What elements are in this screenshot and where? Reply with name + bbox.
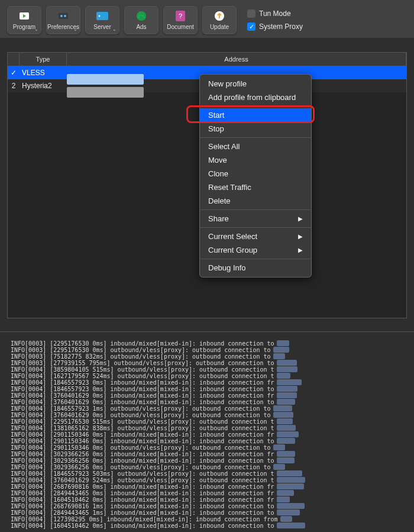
log-line: INFO[0004] [3029366256 0ms] inbound/mixe… xyxy=(11,457,410,464)
menu-separator xyxy=(200,227,311,228)
ads-button[interactable]: Ads xyxy=(124,6,159,34)
menu-separator xyxy=(200,209,311,210)
log-line: INFO[0003] [75182775 832ms] outbound/vle… xyxy=(11,353,410,360)
system-proxy-toggle[interactable]: ✓ System Proxy xyxy=(247,22,303,31)
checkbox-icon xyxy=(247,9,255,18)
menu-current-group[interactable]: Current Group▶ xyxy=(200,243,311,257)
preferences-button[interactable]: Preferences ⌄ xyxy=(46,6,80,34)
menu-separator xyxy=(200,106,311,107)
menu-reset-traffic[interactable]: Reset Traffic xyxy=(200,180,311,194)
menu-separator xyxy=(200,259,311,259)
log-line: INFO[0004] [2687690816 1ms] inbound/mixe… xyxy=(11,503,410,510)
submenu-arrow-icon: ▶ xyxy=(298,233,303,240)
menu-stop[interactable]: Stop xyxy=(200,122,311,136)
log-line: INFO[0004] [1846557923 0ms] inbound/mixe… xyxy=(11,386,410,392)
document-label: Document xyxy=(167,24,194,30)
log-line: INFO[0004] [3029366256 0ms] outbound/vle… xyxy=(11,464,410,470)
submenu-arrow-icon: ▶ xyxy=(298,247,303,253)
chevron-down-icon: ⌄ xyxy=(34,27,38,32)
tun-mode-label: Tun Mode xyxy=(259,9,291,18)
ads-label: Ads xyxy=(136,24,146,30)
submenu-arrow-icon: ▶ xyxy=(298,215,303,222)
log-line: INFO[0004] [2295176530 515ms] outbound/v… xyxy=(11,418,410,425)
tun-mode-toggle[interactable]: Tun Mode xyxy=(247,9,303,18)
log-line: INFO[0004] [1846557923 503ms] outbound/v… xyxy=(11,470,410,477)
checkbox-checked-icon: ✓ xyxy=(247,22,255,31)
menu-clone[interactable]: Clone xyxy=(200,167,311,180)
prefs-icon xyxy=(57,10,69,22)
svg-point-6 xyxy=(99,15,101,17)
doc-icon: ? xyxy=(174,10,186,22)
log-line: INFO[0004] [2687690816 0ms] inbound/mixe… xyxy=(11,483,410,490)
log-line: INFO[0003] [2295176530 0ms] inbound/mixe… xyxy=(11,340,410,347)
log-line: INFO[0004] [2901150346 0ms] inbound/mixe… xyxy=(11,431,410,438)
log-line: INFO[0004] [1381065162 838ms] outbound/v… xyxy=(11,425,410,431)
log-line: INFO[0004] [2849443465 1ms] inbound/mixe… xyxy=(11,510,410,516)
chevron-down-icon: ⌄ xyxy=(112,27,117,32)
program-label: Program xyxy=(13,24,35,30)
chevron-down-icon: ⌄ xyxy=(73,27,77,32)
menu-move[interactable]: Move xyxy=(200,153,311,167)
log-line: INFO[0003] [277939155 795ms] outbound/vl… xyxy=(11,360,410,366)
program-icon xyxy=(18,10,30,22)
svg-point-4 xyxy=(64,15,66,17)
document-button[interactable]: ? Document xyxy=(163,6,198,34)
toggle-group: Tun Mode ✓ System Proxy xyxy=(241,6,305,31)
log-panel[interactable]: INFO[0003] [2295176530 0ms] inbound/mixe… xyxy=(0,331,414,532)
log-line: INFO[0004] [3760401629 0ms] outbound/vle… xyxy=(11,412,410,418)
menu-add-from-clipboard[interactable]: Add profile from clipboard xyxy=(200,91,311,104)
log-line: INFO[0004] [127398295 0ms] inbound/mixed… xyxy=(11,516,410,523)
row-checkmark: ✓ xyxy=(8,69,20,77)
update-icon xyxy=(214,10,225,22)
log-line: INFO[0004] [3760401629 524ms] outbound/v… xyxy=(11,477,410,483)
log-line: INFO[0004] [1604510462 0ms] inbound/mixe… xyxy=(11,523,410,529)
log-line: INFO[0004] [1604510462 0ms] inbound/mixe… xyxy=(11,496,410,503)
toolbar: Program ⌄ Preferences ⌄ Server ⌄ Ads ? D… xyxy=(0,0,414,38)
log-line: INFO[0004] [1627179567 524ms] outbound/v… xyxy=(11,373,410,379)
program-button[interactable]: Program ⌄ xyxy=(7,6,41,34)
log-line: INFO[0004] [2901150346 0ms] outbound/vle… xyxy=(11,444,410,451)
log-line: INFO[0004] [3859804105 515ms] outbound/v… xyxy=(11,366,410,373)
menu-share[interactable]: Share▶ xyxy=(200,212,311,225)
log-line: INFO[0004] [1846557923 1ms] outbound/vle… xyxy=(11,405,410,412)
server-icon xyxy=(96,10,108,22)
svg-rect-2 xyxy=(59,13,68,19)
col-type[interactable]: Type xyxy=(20,53,67,66)
menu-debug-info[interactable]: Debug Info xyxy=(200,261,311,275)
row-type: VLESS xyxy=(20,69,67,77)
log-line: INFO[0004] [3029366256 0ms] inbound/mixe… xyxy=(11,451,410,457)
update-button[interactable]: Update xyxy=(202,6,237,34)
log-line: INFO[0004] [2849443465 0ms] inbound/mixe… xyxy=(11,490,410,496)
ads-icon xyxy=(135,10,147,22)
server-label: Server xyxy=(93,24,111,30)
svg-point-7 xyxy=(137,11,146,21)
context-menu: New profile Add profile from clipboard S… xyxy=(199,74,312,278)
table-header: Type Address xyxy=(8,53,406,66)
update-label: Update xyxy=(210,24,229,30)
col-checkmark[interactable] xyxy=(8,53,20,66)
system-proxy-label: System Proxy xyxy=(259,22,303,31)
svg-point-3 xyxy=(60,15,63,17)
svg-rect-5 xyxy=(96,12,108,20)
menu-current-select[interactable]: Current Select▶ xyxy=(200,230,311,243)
server-button[interactable]: Server ⌄ xyxy=(85,6,119,34)
col-address[interactable]: Address xyxy=(67,53,406,66)
row-index: 2 xyxy=(8,82,20,90)
menu-select-all[interactable]: Select All xyxy=(200,140,311,153)
row-type: Hysteria2 xyxy=(20,82,67,90)
log-line: INFO[0003] [2295176530 0ms] outbound/vle… xyxy=(11,347,410,353)
menu-separator xyxy=(200,137,311,138)
log-line: INFO[0004] [3760401629 0ms] inbound/mixe… xyxy=(11,392,410,399)
log-line: INFO[0004] [3760401629 0ms] inbound/mixe… xyxy=(11,399,410,405)
log-line: INFO[0004] [1846557923 0ms] inbound/mixe… xyxy=(11,379,410,386)
menu-new-profile[interactable]: New profile xyxy=(200,77,311,91)
menu-start[interactable]: Start xyxy=(200,108,311,122)
menu-delete[interactable]: Delete xyxy=(200,194,311,208)
svg-text:?: ? xyxy=(179,12,182,20)
log-line: INFO[0004] [2901150346 0ms] inbound/mixe… xyxy=(11,438,410,444)
